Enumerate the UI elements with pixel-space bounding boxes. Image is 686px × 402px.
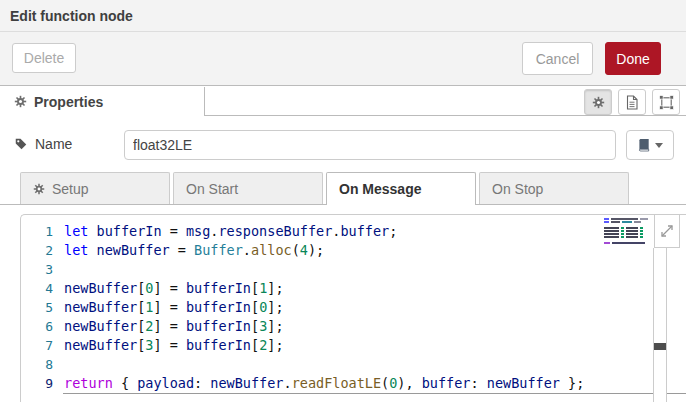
code-line[interactable]: 5newBuffer[1] = bufferIn[0]; — [21, 298, 686, 317]
editor-view-buttons — [584, 89, 680, 115]
object-group-icon — [659, 95, 674, 110]
code-line[interactable]: 3 — [21, 260, 686, 279]
line-number: 3 — [21, 260, 53, 279]
chevron-down-icon — [655, 143, 663, 148]
name-label: Name — [14, 136, 72, 152]
name-field-row: Name — [0, 116, 686, 172]
line-number: 6 — [21, 317, 53, 336]
tab-properties[interactable]: Properties — [0, 87, 205, 116]
line-number: 5 — [21, 298, 53, 317]
function-tabs: SetupOn StartOn MessageOn Stop — [0, 172, 686, 205]
code-text: return { payload: newBuffer.readFloatLE(… — [64, 374, 584, 393]
delete-button[interactable]: Delete — [12, 43, 76, 73]
dialog-header: Edit function node — [0, 0, 686, 32]
tab-label: On Stop — [492, 181, 543, 197]
properties-tab-label: Properties — [34, 94, 103, 110]
code-text: newBuffer[3] = bufferIn[2]; — [64, 336, 284, 355]
tab-label: On Message — [339, 181, 421, 197]
vertical-scrollbar[interactable] — [653, 248, 667, 402]
cancel-button[interactable]: Cancel — [522, 42, 593, 75]
line-number: 7 — [21, 336, 53, 355]
gear-icon — [592, 96, 605, 109]
code-text: newBuffer[2] = bufferIn[3]; — [64, 317, 284, 336]
current-line-border — [63, 393, 686, 394]
code-editor[interactable]: 1let bufferIn = msg.responseBuffer.buffe… — [20, 214, 686, 402]
tab-setup[interactable]: Setup — [20, 172, 170, 204]
line-number: 2 — [21, 241, 53, 260]
tab-on-message[interactable]: On Message — [326, 172, 476, 205]
code-text: let bufferIn = msg.responseBuffer.buffer… — [64, 222, 397, 241]
line-number: 4 — [21, 279, 53, 298]
gear-icon — [14, 95, 27, 108]
code-text: let newBuffer = Buffer.alloc(4); — [64, 241, 324, 260]
expand-editor-button[interactable] — [654, 215, 680, 248]
properties-view-button[interactable] — [584, 89, 612, 115]
tab-label: Setup — [52, 181, 89, 197]
code-line[interactable]: 2let newBuffer = Buffer.alloc(4); — [21, 241, 686, 260]
code-line[interactable]: 9return { payload: newBuffer.readFloatLE… — [21, 374, 686, 393]
library-button[interactable] — [626, 130, 674, 160]
line-number: 1 — [21, 222, 53, 241]
tab-label: On Start — [186, 181, 238, 197]
tab-on-stop[interactable]: On Stop — [479, 172, 629, 204]
edit-function-node-dialog: Edit function node Delete Cancel Done Pr… — [0, 0, 686, 402]
appearance-view-button[interactable] — [652, 89, 680, 115]
book-icon — [638, 138, 651, 152]
dialog-toolbar: Delete Cancel Done — [0, 32, 686, 86]
code-line[interactable]: 6newBuffer[2] = bufferIn[3]; — [21, 317, 686, 336]
expand-diagonal-icon — [660, 224, 674, 238]
gear-icon — [33, 183, 45, 195]
name-input[interactable] — [124, 130, 616, 160]
minimap[interactable] — [602, 216, 652, 246]
tag-icon — [14, 137, 28, 151]
properties-tab-bar: Properties — [0, 87, 686, 116]
code-line[interactable]: 4newBuffer[0] = bufferIn[1]; — [21, 279, 686, 298]
dialog-title: Edit function node — [10, 8, 133, 24]
minimap-preview — [602, 216, 652, 246]
line-number: 9 — [21, 374, 53, 393]
tab-on-start[interactable]: On Start — [173, 172, 323, 204]
code-line[interactable]: 1let bufferIn = msg.responseBuffer.buffe… — [21, 222, 686, 241]
gear-icon — [14, 95, 27, 108]
done-button[interactable]: Done — [605, 42, 661, 75]
description-view-button[interactable] — [618, 89, 646, 115]
name-label-text: Name — [35, 136, 72, 152]
gear-icon — [592, 96, 605, 109]
code-text: newBuffer[1] = bufferIn[0]; — [64, 298, 284, 317]
code-line[interactable]: 8 — [21, 355, 686, 374]
code-lines: 1let bufferIn = msg.responseBuffer.buffe… — [21, 215, 686, 393]
scrollbar-thumb[interactable] — [654, 343, 666, 350]
code-line[interactable]: 7newBuffer[3] = bufferIn[2]; — [21, 336, 686, 355]
code-text: newBuffer[0] = bufferIn[1]; — [64, 279, 284, 298]
line-number: 8 — [21, 355, 53, 374]
file-icon — [625, 95, 639, 110]
